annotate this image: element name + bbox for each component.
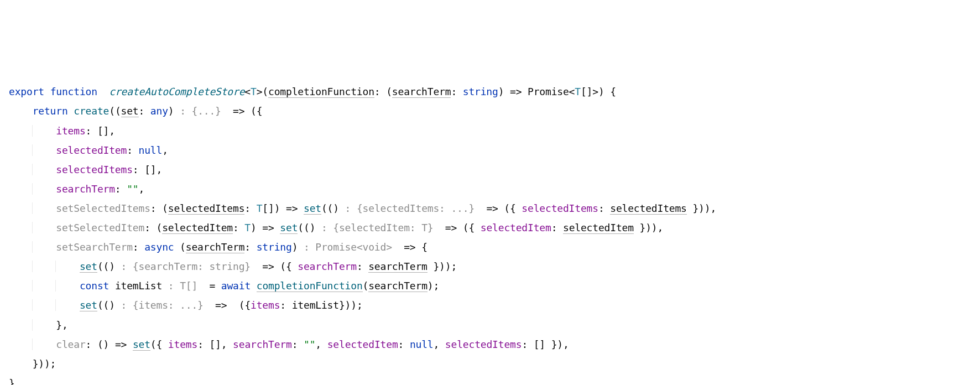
- inlay-hint: : Promise<void>: [304, 241, 392, 253]
- prop-setSelectedItems: setSelectedItems: [56, 202, 150, 214]
- code-line: selectedItem: null,: [9, 144, 168, 156]
- code-line: searchTerm: "",: [9, 183, 144, 195]
- fn-set: set: [304, 202, 321, 215]
- code-line: }));: [9, 358, 56, 370]
- inlay-hint: : {selectedItem: T}: [321, 222, 433, 233]
- param-selectedItem: selectedItem: [162, 222, 233, 234]
- code-line: setSelectedItem: (selectedItem: T) => se…: [9, 222, 663, 233]
- inlay-hint: : {searchTerm: string}: [121, 261, 251, 272]
- code-line: export function createAutoCompleteStore<…: [9, 86, 616, 98]
- code-line: setSelectedItems: (selectedItems: T[]) =…: [9, 202, 716, 214]
- prop-setSearchTerm: setSearchTerm: [56, 241, 133, 253]
- code-line: set(() : {searchTerm: string} => ({ sear…: [9, 261, 457, 272]
- type-string: string: [463, 86, 498, 97]
- code-line: setSearchTerm: async (searchTerm: string…: [9, 241, 428, 253]
- param-set: set: [121, 105, 139, 117]
- type-any: any: [150, 105, 168, 117]
- fn-completionFunction: completionFunction: [257, 280, 363, 292]
- code-line: },: [9, 319, 68, 331]
- param-completionFunction: completionFunction: [268, 86, 374, 98]
- prop-selectedItems: selectedItems: [56, 164, 133, 175]
- prop-searchTerm: searchTerm: [56, 183, 115, 195]
- prop-items: items: [56, 125, 85, 137]
- param-selectedItems: selectedItems: [168, 202, 245, 215]
- code-line: const itemList : T[] = await completionF…: [9, 280, 439, 292]
- code-line: selectedItems: [],: [9, 164, 162, 175]
- keyword-const: const: [80, 280, 109, 292]
- code-editor[interactable]: export function createAutoCompleteStore<…: [9, 82, 971, 385]
- prop-selectedItem: selectedItem: [56, 144, 127, 156]
- string-literal: "": [127, 183, 138, 195]
- function-name: createAutoCompleteStore: [109, 86, 244, 97]
- inlay-hint: : {...}: [180, 105, 221, 117]
- generic-type: T: [251, 86, 257, 97]
- keyword-return: return: [33, 105, 68, 117]
- keyword-null: null: [139, 144, 163, 156]
- keyword-async: async: [144, 241, 174, 253]
- prop-setSelectedItem: setSelectedItem: [56, 222, 144, 233]
- inlay-hint: : {items: ...}: [121, 299, 204, 311]
- inlay-hint: : T[]: [168, 280, 197, 292]
- id-itemList: itemList: [115, 280, 162, 292]
- keyword-export: export: [9, 86, 44, 97]
- keyword-function: function: [50, 86, 97, 97]
- param-searchTerm: searchTerm: [392, 86, 451, 98]
- code-line: clear: () => set({ items: [], searchTerm…: [9, 339, 569, 350]
- keyword-await: await: [221, 280, 251, 292]
- code-line: items: [],: [9, 125, 115, 137]
- prop-clear: clear: [56, 339, 85, 350]
- code-line: set(() : {items: ...} => ({items: itemLi…: [9, 299, 363, 311]
- code-line: }: [9, 377, 15, 385]
- fn-create: create: [74, 105, 109, 117]
- type-promise: Promise: [528, 86, 569, 97]
- inlay-hint: : {selectedItems: ...}: [345, 202, 475, 214]
- code-line: return create((set: any) : {...} => ({: [9, 105, 262, 117]
